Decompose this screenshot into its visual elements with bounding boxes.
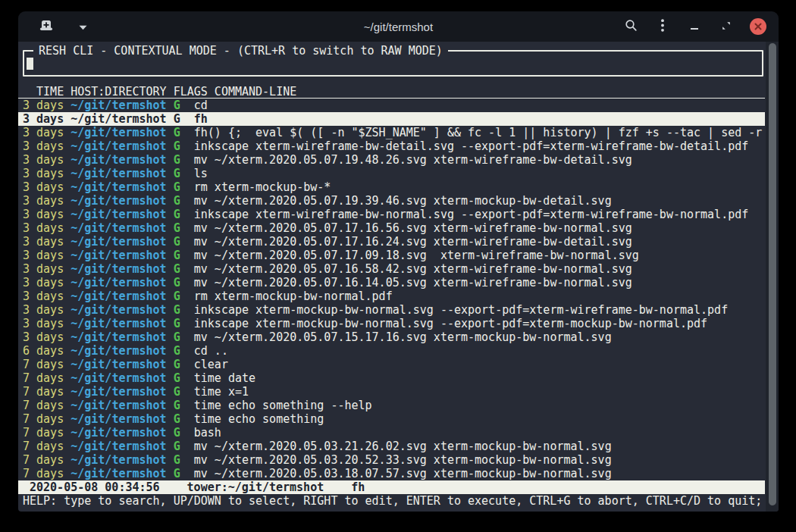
history-flags: G [174, 194, 180, 208]
history-flags: G [174, 139, 180, 153]
history-time: 3 days [23, 249, 64, 262]
history-row[interactable]: 7 days ~/git/termshot G time echo someth… [18, 412, 765, 426]
history-command: clear [194, 358, 228, 371]
history-row[interactable]: 3 days ~/git/termshot G mv ~/xterm.2020.… [18, 330, 765, 344]
new-tab-button[interactable] [35, 15, 58, 38]
terminal-window: ~/git/termshot [18, 11, 779, 512]
restore-icon [721, 20, 732, 33]
status-datetime: 2020-05-08 00:34:56 [30, 480, 160, 494]
history-directory: ~/git/termshot [71, 221, 166, 235]
history-row[interactable]: 7 days ~/git/termshot G time echo someth… [18, 399, 765, 412]
history-time: 3 days [23, 112, 64, 126]
history-command: inkscape xterm-wireframe-bw-detail.svg -… [194, 139, 749, 153]
history-time: 3 days [23, 126, 64, 139]
history-row[interactable]: 3 days ~/git/termshot G inkscape xterm-m… [18, 317, 765, 330]
history-time: 3 days [23, 330, 64, 344]
history-directory: ~/git/termshot [71, 99, 166, 112]
history-row[interactable]: 3 days ~/git/termshot G mv ~/xterm.2020.… [18, 249, 765, 262]
history-time: 3 days [23, 235, 64, 249]
spacer [18, 77, 765, 85]
history-row[interactable]: 7 days ~/git/termshot G time x=1 [18, 385, 765, 399]
status-bar: 2020-05-08 00:34:56tower:~/git/termshotf… [18, 480, 765, 494]
history-row[interactable]: 3 days ~/git/termshot G mv ~/xterm.2020.… [18, 276, 765, 289]
history-directory: ~/git/termshot [71, 412, 166, 426]
history-time: 7 days [23, 426, 64, 440]
history-time: 7 days [23, 371, 64, 385]
help-line: HELP: type to search, UP/DOWN to select,… [18, 494, 765, 508]
history-row[interactable]: 3 days ~/git/termshot G cd [18, 99, 765, 112]
history-directory: ~/git/termshot [71, 249, 166, 262]
close-button[interactable] [747, 15, 769, 38]
menu-button[interactable] [651, 15, 674, 38]
scrollbar [766, 42, 779, 512]
history-row[interactable]: 3 days ~/git/termshot G mv ~/xterm.2020.… [18, 235, 765, 249]
minimize-button[interactable] [683, 15, 706, 38]
history-time: 3 days [23, 167, 64, 180]
history-row[interactable]: 3 days ~/git/termshot G inkscape xterm-w… [18, 208, 765, 221]
history-directory: ~/git/termshot [71, 467, 166, 480]
titlebar-right-controls [619, 15, 769, 38]
history-list: 3 days ~/git/termshot G cd3 days ~/git/t… [18, 99, 765, 480]
history-row[interactable]: 3 days ~/git/termshot G mv ~/xterm.2020.… [18, 221, 765, 235]
terminal-screen[interactable]: RESH CLI - CONTEXTUAL MODE - (CTRL+R to … [18, 42, 779, 512]
history-row[interactable]: 6 days ~/git/termshot G cd .. [18, 344, 765, 358]
restore-button[interactable] [715, 15, 738, 38]
history-command: inkscape xterm-wireframe-bw-normal.svg -… [194, 208, 749, 221]
history-command: mv ~/xterm.2020.05.03.20.52.33.svg xterm… [194, 453, 612, 467]
history-row[interactable]: 3 days ~/git/termshot G ls [18, 167, 765, 180]
search-button[interactable] [619, 15, 642, 38]
history-time: 7 days [23, 385, 64, 399]
history-row[interactable]: 3 days ~/git/termshot G mv ~/xterm.2020.… [18, 262, 765, 276]
search-panel: RESH CLI - CONTEXTUAL MODE - (CTRL+R to … [23, 44, 763, 77]
history-command: mv ~/xterm.2020.05.07.19.39.46.svg xterm… [194, 194, 612, 208]
history-row[interactable]: 3 days ~/git/termshot G rm xterm-mockup-… [18, 289, 765, 303]
history-row[interactable]: 3 days ~/git/termshot G inkscape xterm-m… [18, 303, 765, 317]
history-directory: ~/git/termshot [71, 153, 166, 167]
search-panel-title: RESH CLI - CONTEXTUAL MODE - (CTRL+R to … [33, 44, 448, 58]
history-row[interactable]: 7 days ~/git/termshot G time date [18, 371, 765, 385]
history-time: 6 days [23, 344, 64, 358]
history-command: fh() {; eval $( ([ -n "$ZSH_NAME" ] && f… [194, 126, 763, 139]
history-flags: G [174, 235, 180, 249]
history-flags: G [174, 249, 180, 262]
history-row[interactable]: 3 days ~/git/termshot G mv ~/xterm.2020.… [18, 194, 765, 208]
history-row[interactable]: 7 days ~/git/termshot G mv ~/xterm.2020.… [18, 453, 765, 467]
history-row[interactable]: 7 days ~/git/termshot G mv ~/xterm.2020.… [18, 440, 765, 453]
history-flags: G [174, 358, 180, 371]
history-row[interactable]: 3 days ~/git/termshot G fh [18, 112, 765, 126]
history-directory: ~/git/termshot [71, 330, 166, 344]
scrollbar-thumb[interactable] [769, 43, 776, 505]
history-command: ls [194, 167, 208, 180]
history-directory: ~/git/termshot [71, 426, 166, 440]
history-command: inkscape xterm-mockup-bw-normal.svg --ex… [194, 317, 707, 330]
history-time: 3 days [23, 194, 64, 208]
history-directory: ~/git/termshot [71, 358, 166, 371]
tab-dropdown-button[interactable] [71, 15, 94, 38]
history-time: 3 days [23, 221, 64, 235]
history-flags: G [174, 126, 180, 139]
history-command: time x=1 [194, 385, 249, 399]
history-command: fh [194, 112, 208, 126]
history-directory: ~/git/termshot [71, 453, 166, 467]
history-directory: ~/git/termshot [71, 167, 166, 180]
history-row[interactable]: 3 days ~/git/termshot G fh() {; eval $( … [18, 126, 765, 139]
history-row[interactable]: 7 days ~/git/termshot G mv ~/xterm.2020.… [18, 467, 765, 480]
history-flags: G [174, 262, 180, 276]
history-flags: G [174, 467, 180, 480]
history-command: mv ~/xterm.2020.05.03.21.26.02.svg xterm… [194, 440, 612, 453]
history-command: mv ~/xterm.2020.05.07.19.48.26.svg xterm… [194, 153, 632, 167]
history-command: cd .. [194, 344, 228, 358]
history-command: mv ~/xterm.2020.05.07.17.16.24.svg xterm… [194, 235, 632, 249]
history-time: 7 days [23, 399, 64, 412]
text-cursor[interactable] [27, 58, 33, 70]
history-row[interactable]: 3 days ~/git/termshot G mv ~/xterm.2020.… [18, 153, 765, 167]
history-row[interactable]: 3 days ~/git/termshot G rm xterm-mockup-… [18, 180, 765, 194]
history-directory: ~/git/termshot [71, 235, 166, 249]
history-row[interactable]: 7 days ~/git/termshot G bash [18, 426, 765, 440]
status-location: tower:~/git/termshot [187, 480, 324, 494]
history-command: mv ~/xterm.2020.05.07.16.58.42.svg xterm… [194, 262, 632, 276]
history-row[interactable]: 3 days ~/git/termshot G inkscape xterm-w… [18, 139, 765, 153]
history-directory: ~/git/termshot [71, 126, 166, 139]
history-row[interactable]: 7 days ~/git/termshot G clear [18, 358, 765, 371]
history-command: time echo something [194, 412, 324, 426]
